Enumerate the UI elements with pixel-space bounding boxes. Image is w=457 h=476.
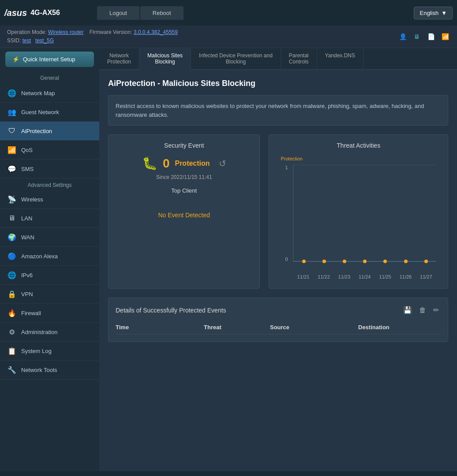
chart-dot-1123 bbox=[343, 260, 346, 263]
chart-dots bbox=[293, 260, 436, 263]
chart-area: Protection 1 0 bbox=[276, 156, 441, 279]
col-threat: Threat bbox=[204, 324, 270, 331]
sidebar-item-amazon-alexa[interactable]: 🔵 Amazon Alexa bbox=[0, 247, 99, 266]
sidebar-label-wireless: Wireless bbox=[21, 196, 43, 203]
description-box: Restrict access to known malicious websi… bbox=[108, 95, 448, 126]
col-time: Time bbox=[116, 324, 204, 331]
chart-dot-1121 bbox=[302, 260, 306, 263]
sidebar-item-guest-network[interactable]: 👥 Guest Network bbox=[0, 103, 99, 122]
sidebar-item-wireless[interactable]: 📡 Wireless bbox=[0, 190, 99, 209]
status-icons: 👤 🖥 📄 📶 bbox=[398, 32, 450, 41]
sidebar-label-firewall: Firewall bbox=[21, 310, 41, 316]
protection-label: Protection bbox=[175, 160, 210, 167]
wireless-icon: 📡 bbox=[7, 194, 17, 204]
firmware-label: Firmware Version: bbox=[90, 29, 132, 35]
y-label-0: 0 bbox=[285, 257, 288, 262]
header: /asus 4G-AX56 Logout Reboot English ▼ bbox=[0, 0, 457, 26]
sidebar-item-lan[interactable]: 🖥 LAN bbox=[0, 209, 99, 228]
tab-infected-device[interactable]: Infected Device Prevention andBlocking bbox=[191, 48, 281, 69]
sidebar-item-qos[interactable]: 📶 QoS bbox=[0, 141, 99, 160]
lan-icon: 🖥 bbox=[7, 213, 17, 223]
save-button[interactable]: 💾 bbox=[401, 305, 414, 315]
details-header: Details of Successfully Protected Events… bbox=[116, 305, 441, 315]
tab-bar: NetworkProtection Malicious SitesBlockin… bbox=[99, 48, 457, 70]
x-label-1124: 11/24 bbox=[359, 274, 371, 279]
chart-x-labels: 11/21 11/22 11/23 11/24 11/25 11/26 11/2… bbox=[293, 274, 436, 279]
reboot-button[interactable]: Reboot bbox=[140, 6, 184, 20]
network-map-icon: 🌐 bbox=[7, 88, 17, 98]
sidebar-label-sms: SMS bbox=[21, 166, 34, 172]
sidebar-item-network-tools[interactable]: 🔧 Network Tools bbox=[0, 361, 99, 379]
sidebar-label-administration: Administration bbox=[21, 329, 57, 335]
x-label-1125: 11/25 bbox=[379, 274, 391, 279]
system-log-icon: 📋 bbox=[7, 346, 17, 356]
sidebar-item-firewall[interactable]: 🔥 Firewall bbox=[0, 304, 99, 323]
chevron-down-icon: ▼ bbox=[441, 10, 447, 16]
col-source: Source bbox=[270, 324, 358, 331]
since-text: Since 2022/11/15 11:41 bbox=[116, 174, 252, 180]
x-label-1123: 11/23 bbox=[338, 274, 351, 279]
sidebar-item-system-log[interactable]: 📋 System Log bbox=[0, 342, 99, 361]
sidebar-item-aiprotection[interactable]: 🛡 AiProtection bbox=[0, 122, 99, 141]
info-bar: Operation Mode: Wireless router Firmware… bbox=[0, 26, 457, 48]
quick-setup-icon: ⚡ bbox=[12, 56, 19, 63]
ssid-5g-value[interactable]: test_5G bbox=[35, 37, 54, 44]
chart-dot-1125 bbox=[383, 260, 387, 263]
sidebar-label-wan: WAN bbox=[21, 234, 34, 241]
refresh-icon[interactable]: ↺ bbox=[219, 158, 226, 169]
ssid-label: SSID: bbox=[7, 37, 21, 44]
sidebar-label-aiprotection: AiProtection bbox=[21, 128, 52, 134]
tab-yandex-dns[interactable]: Yandex.DNS bbox=[317, 48, 363, 69]
delete-button[interactable]: 🗑 bbox=[417, 305, 428, 315]
operation-mode-value[interactable]: Wireless router bbox=[48, 29, 84, 35]
network-tools-icon: 🔧 bbox=[7, 365, 17, 375]
qos-icon: 📶 bbox=[7, 145, 17, 155]
security-event-title: Security Event bbox=[116, 142, 252, 149]
sidebar-label-guest-network: Guest Network bbox=[21, 109, 59, 115]
sidebar-label-network-tools: Network Tools bbox=[21, 367, 57, 373]
language-selector[interactable]: English ▼ bbox=[414, 7, 453, 19]
guest-network-icon: 👥 bbox=[7, 107, 17, 117]
x-label-1121: 11/21 bbox=[297, 274, 310, 279]
tab-parental-controls[interactable]: ParentalControls bbox=[281, 48, 317, 69]
wan-icon: 🌍 bbox=[7, 232, 17, 242]
sidebar-item-ipv6[interactable]: 🌐 IPv6 bbox=[0, 266, 99, 285]
language-label: English bbox=[420, 10, 438, 16]
tab-malicious-sites[interactable]: Malicious SitesBlocking bbox=[139, 48, 191, 70]
event-count-row: 🐛 0 Protection ↺ bbox=[116, 156, 252, 171]
sidebar-item-network-map[interactable]: 🌐 Network Map bbox=[0, 84, 99, 103]
firewall-icon: 🔥 bbox=[7, 308, 17, 318]
firmware-value[interactable]: 3.0.0.4.382_45559 bbox=[134, 29, 178, 35]
col-destination: Destination bbox=[358, 324, 441, 331]
chart-dot-1126 bbox=[404, 260, 408, 263]
sidebar-label-lan: LAN bbox=[21, 215, 32, 222]
user-icon: 👤 bbox=[398, 32, 408, 41]
sidebar-label-system-log: System Log bbox=[21, 348, 52, 354]
sidebar-item-wan[interactable]: 🌍 WAN bbox=[0, 228, 99, 247]
details-section: Details of Successfully Protected Events… bbox=[108, 298, 448, 342]
chart-grid bbox=[293, 165, 436, 262]
sidebar-label-vpn: VPN bbox=[21, 291, 33, 298]
model-name: 4G-AX56 bbox=[30, 9, 60, 17]
security-threat-grid: Security Event 🐛 0 Protection ↺ Since 20… bbox=[108, 134, 448, 289]
page-title: AiProtection - Malicious Sites Blocking bbox=[108, 79, 448, 88]
sidebar-item-administration[interactable]: ⚙ Administration bbox=[0, 323, 99, 342]
main-layout: ⚡ Quick Internet Setup General 🌐 Network… bbox=[0, 48, 457, 471]
logo-area: /asus 4G-AX56 bbox=[4, 8, 93, 18]
vpn-icon: 🔒 bbox=[7, 289, 17, 299]
ssid-value[interactable]: test bbox=[22, 37, 31, 44]
sidebar: ⚡ Quick Internet Setup General 🌐 Network… bbox=[0, 48, 99, 471]
edit-button[interactable]: ✏ bbox=[431, 305, 441, 315]
x-label-1122: 11/22 bbox=[318, 274, 330, 279]
logout-button[interactable]: Logout bbox=[97, 6, 139, 20]
sidebar-label-ipv6: IPv6 bbox=[21, 272, 33, 279]
sidebar-item-vpn[interactable]: 🔒 VPN bbox=[0, 285, 99, 304]
header-buttons: Logout Reboot bbox=[97, 6, 409, 20]
quick-setup-button[interactable]: ⚡ Quick Internet Setup bbox=[5, 52, 94, 67]
asus-logo: /asus bbox=[4, 8, 27, 18]
tab-network-protection[interactable]: NetworkProtection bbox=[99, 48, 139, 69]
quick-setup-label: Quick Internet Setup bbox=[23, 56, 75, 63]
sidebar-item-sms[interactable]: 💬 SMS bbox=[0, 160, 99, 178]
top-client-title: Top Client bbox=[116, 187, 252, 194]
sidebar-label-amazon-alexa: Amazon Alexa bbox=[21, 253, 58, 260]
